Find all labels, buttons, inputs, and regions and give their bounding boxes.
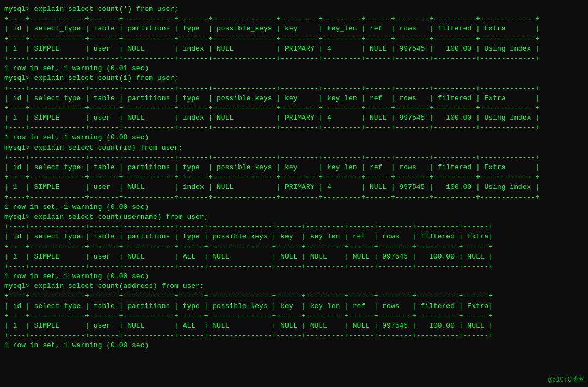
terminal-line: +----+-------------+-------+------------… xyxy=(4,173,584,182)
terminal-line: | id | select_type | table | partitions … xyxy=(4,302,584,311)
watermark: @51CTO博客 xyxy=(548,376,585,385)
terminal-line: | id | select_type | table | partitions … xyxy=(4,24,584,34)
terminal-line: +----+-------------+-------+------------… xyxy=(4,262,584,272)
terminal-line: | id | select_type | table | partitions … xyxy=(4,163,584,173)
terminal-line: mysql> explain select count(address) fro… xyxy=(4,281,584,291)
terminal-line: 1 row in set, 1 warning (0.00 sec) xyxy=(4,202,584,212)
terminal-line: +----+-------------+-------+------------… xyxy=(4,222,584,232)
terminal-line: +----+-------------+-------+------------… xyxy=(4,34,584,44)
terminal-line: +----+-------------+-------+------------… xyxy=(4,311,584,321)
terminal-line: | id | select_type | table | partitions … xyxy=(4,94,584,103)
terminal-line: +----+-------------+-------+------------… xyxy=(4,54,584,64)
terminal-line: 1 row in set, 1 warning (0.00 sec) xyxy=(4,341,584,351)
terminal-line: +----+-------------+-------+------------… xyxy=(4,242,584,252)
terminal-line: | 1 | SIMPLE | user | NULL | index | NUL… xyxy=(4,182,584,192)
terminal-line: +----+-------------+-------+------------… xyxy=(4,84,584,94)
terminal-line: +----+-------------+-------+------------… xyxy=(4,153,584,163)
terminal-line: 1 row in set, 1 warning (0.01 sec) xyxy=(4,64,584,73)
terminal-line: +----+-------------+-------+------------… xyxy=(4,291,584,301)
terminal-output: mysql> explain select count(*) from user… xyxy=(2,3,586,352)
terminal-line: 1 row in set, 1 warning (0.00 sec) xyxy=(4,272,584,281)
terminal-line: +----+-------------+-------+------------… xyxy=(4,331,584,341)
terminal-line: +----+-------------+-------+------------… xyxy=(4,193,584,202)
terminal-line: | id | select_type | table | partitions … xyxy=(4,232,584,242)
terminal-line: mysql> explain select count(username) fr… xyxy=(4,212,584,222)
terminal-line: mysql> explain select count(id) from use… xyxy=(4,143,584,153)
terminal-line: | 1 | SIMPLE | user | NULL | ALL | NULL … xyxy=(4,252,584,262)
terminal-line: +----+-------------+-------+------------… xyxy=(4,14,584,24)
terminal-line: | 1 | SIMPLE | user | NULL | index | NUL… xyxy=(4,113,584,123)
terminal-line: | 1 | SIMPLE | user | NULL | index | NUL… xyxy=(4,44,584,54)
terminal-line: +----+-------------+-------+------------… xyxy=(4,123,584,133)
terminal-line: +----+-------------+-------+------------… xyxy=(4,103,584,113)
terminal-line: 1 row in set, 1 warning (0.00 sec) xyxy=(4,133,584,143)
terminal-line: mysql> explain select count(*) from user… xyxy=(4,4,584,14)
terminal-line: mysql> explain select count(1) from user… xyxy=(4,73,584,83)
terminal-line: | 1 | SIMPLE | user | NULL | ALL | NULL … xyxy=(4,321,584,331)
